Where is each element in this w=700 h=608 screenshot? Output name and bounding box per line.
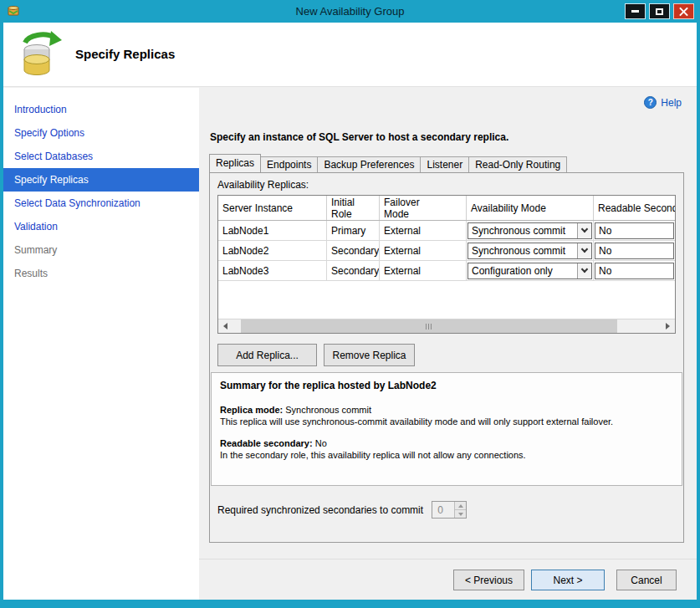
maximize-icon <box>656 8 663 15</box>
replica-row[interactable]: LabNode1 Primary External Synchronous co… <box>218 221 675 241</box>
cell-server-instance: LabNode3 <box>218 261 327 280</box>
wizard-body: Specify Replicas Introduction Specify Op… <box>3 23 697 600</box>
required-secondaries-spinner: 0 <box>432 501 467 519</box>
sidebar-item-specify-replicas[interactable]: Specify Replicas <box>3 168 199 192</box>
replica-mode-value: Synchronous commit <box>285 405 371 415</box>
remove-replica-button[interactable]: Remove Replica <box>324 344 415 366</box>
column-header-failover-mode[interactable]: Failover Mode <box>380 196 467 220</box>
window-title: New Availability Group <box>0 0 700 23</box>
sidebar-item-select-databases[interactable]: Select Databases <box>3 145 199 168</box>
spinner-down-button <box>455 510 466 518</box>
cell-availability-mode: Configuration only <box>467 261 594 280</box>
replica-summary-box: Summary for the replica hosted by LabNod… <box>211 372 682 486</box>
help-link[interactable]: ? Help <box>644 96 682 109</box>
next-button[interactable]: Next > <box>531 570 605 590</box>
right-arrow-icon <box>666 323 670 330</box>
tab-read-only-routing[interactable]: Read-Only Routing <box>468 156 567 172</box>
required-secondaries-input: 0 <box>432 502 454 518</box>
scroll-right-button[interactable] <box>661 319 675 333</box>
cell-initial-role: Secondary <box>327 261 380 280</box>
tab-strip: Replicas Endpoints Backup Preferences Li… <box>209 155 566 172</box>
cell-failover-mode: External <box>380 241 467 260</box>
minimize-icon <box>631 10 639 13</box>
footer-divider <box>199 559 697 559</box>
readable-secondary-summary-value: No <box>315 438 327 448</box>
wizard-steps-sidebar: Introduction Specify Options Select Data… <box>3 88 199 600</box>
cancel-button[interactable]: Cancel <box>616 570 677 590</box>
main-content: ? Help Specify an instance of SQL Server… <box>199 88 697 600</box>
readable-secondary-dropdown[interactable]: No <box>595 222 674 239</box>
cell-readable-secondary: No <box>594 261 675 280</box>
replica-row[interactable]: LabNode3 Secondary External Configuratio… <box>218 261 675 281</box>
cell-server-instance: LabNode2 <box>218 241 327 260</box>
add-replica-button[interactable]: Add Replica... <box>217 344 317 366</box>
close-icon <box>679 7 688 16</box>
required-secondaries-label: Required synchronized secondaries to com… <box>217 504 423 516</box>
cell-failover-mode: External <box>380 261 467 280</box>
summary-title: Summary for the replica hosted by LabNod… <box>220 380 673 391</box>
titlebar[interactable]: New Availability Group <box>0 0 700 23</box>
sidebar-item-summary: Summary <box>3 238 199 262</box>
column-header-readable-secondary[interactable]: Readable Secondar <box>594 196 675 220</box>
help-label: Help <box>661 97 682 109</box>
scrollbar-track[interactable] <box>232 319 661 333</box>
new-availability-group-window: New Availability Group Specify Replicas <box>0 0 700 608</box>
spinner-buttons <box>454 502 466 518</box>
tab-backup-preferences[interactable]: Backup Preferences <box>317 156 421 172</box>
maximize-button[interactable] <box>649 3 670 19</box>
wizard-header: Specify Replicas <box>3 23 697 87</box>
cell-failover-mode: External <box>380 221 467 240</box>
sidebar-item-introduction[interactable]: Introduction <box>3 98 199 121</box>
availability-mode-dropdown[interactable]: Configuration only <box>468 263 592 279</box>
cell-availability-mode: Synchronous commit <box>467 241 594 260</box>
scrollbar-thumb[interactable] <box>241 319 617 333</box>
column-header-availability-mode[interactable]: Availability Mode <box>467 196 594 220</box>
column-header-server-instance[interactable]: Server Instance <box>218 196 327 220</box>
availability-group-icon <box>16 30 63 83</box>
replica-mode-line: Replica mode: Synchronous commit <box>220 404 673 416</box>
tab-listener[interactable]: Listener <box>420 156 469 172</box>
minimize-button[interactable] <box>625 3 646 19</box>
readable-secondary-dropdown[interactable]: No <box>595 243 674 259</box>
down-arrow-icon <box>458 513 463 516</box>
readable-secondary-value: No <box>595 225 673 237</box>
cell-availability-mode: Synchronous commit <box>467 221 594 240</box>
tab-endpoints[interactable]: Endpoints <box>260 156 318 172</box>
window-controls <box>625 3 694 19</box>
up-arrow-icon <box>458 504 463 508</box>
spinner-up-button <box>455 502 466 510</box>
grid-header-row: Server Instance Initial Role Failover Mo… <box>218 196 675 221</box>
sidebar-item-specify-options[interactable]: Specify Options <box>3 121 199 145</box>
instruction-text: Specify an instance of SQL Server to hos… <box>210 131 508 143</box>
readable-secondary-value: No <box>595 265 673 277</box>
readable-secondary-dropdown[interactable]: No <box>595 263 674 279</box>
previous-button[interactable]: < Previous <box>453 570 524 590</box>
chevron-down-icon <box>577 223 591 238</box>
tab-replicas[interactable]: Replicas <box>209 154 261 172</box>
readable-secondary-line: Readable secondary: No <box>220 437 673 449</box>
help-icon: ? <box>644 96 657 109</box>
replica-row[interactable]: LabNode2 Secondary External Synchronous … <box>218 241 675 261</box>
chevron-down-icon <box>577 243 591 258</box>
horizontal-scrollbar[interactable] <box>218 319 675 333</box>
left-arrow-icon <box>223 323 227 330</box>
availability-replicas-grid: Server Instance Initial Role Failover Mo… <box>217 195 676 334</box>
scroll-left-button[interactable] <box>218 319 232 333</box>
availability-replicas-label: Availability Replicas: <box>217 179 309 191</box>
availability-mode-dropdown[interactable]: Synchronous commit <box>468 222 592 239</box>
availability-mode-value: Synchronous commit <box>468 245 577 257</box>
availability-mode-dropdown[interactable]: Synchronous commit <box>468 243 592 259</box>
close-button[interactable] <box>673 3 694 19</box>
sidebar-item-select-data-synchronization[interactable]: Select Data Synchronization <box>3 192 199 215</box>
cell-readable-secondary: No <box>594 221 675 240</box>
sidebar-item-validation[interactable]: Validation <box>3 215 199 238</box>
replicas-tab-panel: Availability Replicas: Server Instance I… <box>209 172 684 543</box>
availability-mode-value: Configuration only <box>468 265 577 277</box>
readable-secondary-label: Readable secondary: <box>220 438 313 448</box>
replica-mode-description: This replica will use synchronous-commit… <box>220 416 673 427</box>
cell-readable-secondary: No <box>594 241 675 260</box>
column-header-initial-role[interactable]: Initial Role <box>327 196 380 220</box>
cell-initial-role: Primary <box>327 221 380 240</box>
page-title: Specify Replicas <box>75 47 175 61</box>
replica-mode-label: Replica mode: <box>220 405 283 415</box>
